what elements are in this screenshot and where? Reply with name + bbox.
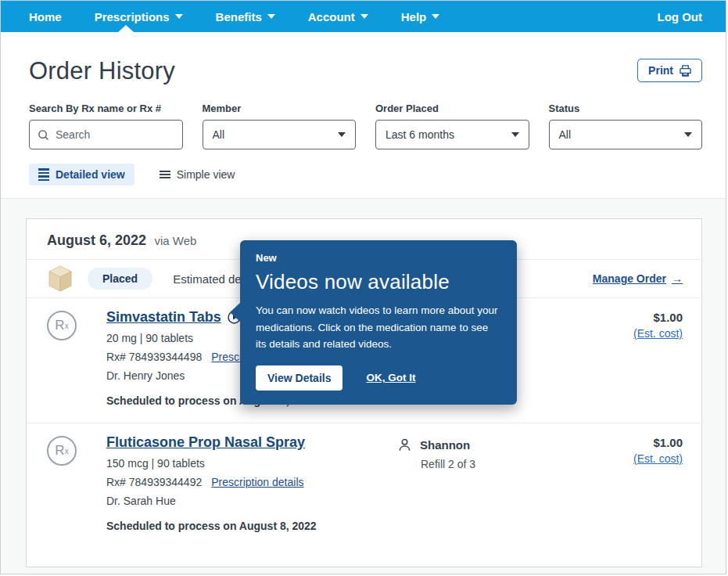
search-label: Search By Rx name or Rx # (29, 103, 183, 114)
status-select[interactable]: All (549, 120, 703, 149)
search-input[interactable] (56, 128, 174, 141)
member-label: Member (203, 103, 357, 114)
medication-row-fluticasone: Rx Fluticasone Prop Nasal Spray 150 mcg … (27, 423, 701, 567)
member-select[interactable]: All (203, 120, 357, 149)
page-header: Order History Print (1, 32, 726, 85)
chevron-down-icon (684, 132, 692, 137)
est-cost-link[interactable]: (Est. cost) (633, 327, 683, 340)
simple-view-label: Simple view (177, 168, 235, 181)
price-column: $1.00 (Est. cost) (589, 309, 683, 407)
search-box (29, 120, 183, 149)
member-column: Shannon Refill 2 of 3 (397, 434, 573, 532)
rx-number: Rx# 784939344492 (106, 476, 202, 488)
chevron-down-icon (267, 14, 275, 19)
medication-name-link[interactable]: Fluticasone Prop Nasal Spray (106, 434, 305, 451)
rx-icon: Rx (47, 436, 77, 466)
nav-item-benefits[interactable]: Benefits (216, 10, 275, 23)
status-select-value: All (559, 128, 572, 141)
order-channel: via Web (155, 234, 197, 247)
popup-actions: View Details OK, Got It (256, 365, 501, 391)
detailed-list-icon (38, 168, 49, 181)
scheduled-text: Scheduled to process on August 8, 2022 (106, 520, 382, 532)
rx-icon: Rx (47, 311, 77, 340)
top-navbar: Home Prescriptions Benefits Account Help… (1, 1, 726, 32)
logout-button[interactable]: Log Out (658, 10, 702, 23)
person-icon (397, 437, 412, 452)
filter-search: Search By Rx name or Rx # (29, 103, 183, 149)
manage-order-label: Manage Order (593, 272, 666, 285)
nav-help-label: Help (401, 10, 427, 23)
nav-item-help[interactable]: Help (401, 10, 440, 23)
popup-body-text: You can now watch videos to learn more a… (256, 302, 501, 353)
chevron-down-icon (338, 132, 346, 137)
nav-item-prescriptions[interactable]: Prescriptions (95, 10, 183, 23)
detailed-view-toggle[interactable]: Detailed view (29, 164, 134, 185)
order-placed-select[interactable]: Last 6 months (375, 120, 529, 149)
price: $1.00 (589, 436, 683, 449)
active-nav-pointer-icon (118, 25, 134, 32)
status-label: Status (549, 103, 703, 114)
nav-prescriptions-label: Prescriptions (95, 10, 170, 23)
tooltip-arrow-left-icon (230, 303, 240, 322)
medication-details: Fluticasone Prop Nasal Spray 150 mcg | 9… (106, 434, 382, 532)
status-badge: Placed (88, 268, 152, 290)
chevron-down-icon (511, 132, 519, 137)
chevron-down-icon (360, 14, 368, 19)
arrow-right-icon: → (672, 272, 683, 285)
filters-row: Search By Rx name or Rx # Member All Ord… (1, 85, 726, 149)
ok-got-it-link[interactable]: OK, Got It (366, 372, 415, 383)
nav-account-label: Account (308, 10, 355, 23)
simple-view-toggle[interactable]: Simple view (150, 164, 245, 185)
print-button-label: Print (648, 64, 673, 77)
print-button[interactable]: Print (637, 59, 702, 82)
filter-order-placed: Order Placed Last 6 months (375, 103, 529, 149)
view-toggles: Detailed view Simple view (1, 149, 726, 198)
nav-item-account[interactable]: Account (308, 10, 368, 23)
medication-name-link[interactable]: Simvastatin Tabs (106, 309, 221, 326)
dose-quantity: 150 mcg | 90 tablets (106, 457, 382, 470)
order-placed-select-value: Last 6 months (386, 128, 454, 141)
member-name: Shannon (420, 438, 470, 452)
order-date: August 6, 2022 (47, 232, 146, 248)
order-placed-label: Order Placed (375, 103, 529, 114)
search-icon (38, 129, 49, 141)
simple-list-icon (160, 171, 170, 178)
est-cost-link[interactable]: (Est. cost) (633, 452, 683, 465)
videos-tooltip-popup: New Videos now available You can now wat… (240, 240, 517, 405)
price: $1.00 (589, 311, 683, 324)
filter-member: Member All (203, 103, 357, 149)
printer-icon (680, 65, 691, 77)
nav-benefits-label: Benefits (216, 10, 262, 23)
member-select-value: All (213, 128, 225, 141)
chevron-down-icon (432, 14, 439, 19)
new-tag: New (256, 252, 501, 264)
prescription-details-link[interactable]: Prescription details (211, 476, 303, 488)
price-column: $1.00 (Est. cost) (589, 434, 683, 532)
prescriber: Dr. Sarah Hue (106, 495, 382, 507)
refill-status: Refill 2 of 3 (397, 458, 573, 470)
nav-home-label: Home (29, 10, 62, 23)
page: Home Prescriptions Benefits Account Help… (0, 0, 726, 574)
rx-number: Rx# 784939344498 (106, 351, 202, 363)
view-details-button[interactable]: View Details (256, 365, 342, 391)
detailed-view-label: Detailed view (56, 168, 125, 181)
filter-status: Status All (549, 103, 703, 149)
nav-item-home[interactable]: Home (29, 10, 62, 23)
manage-order-link[interactable]: Manage Order → (593, 272, 683, 285)
package-icon (47, 265, 74, 293)
page-title: Order History (29, 57, 702, 85)
popup-title: Videos now available (256, 270, 501, 294)
chevron-down-icon (175, 14, 183, 19)
